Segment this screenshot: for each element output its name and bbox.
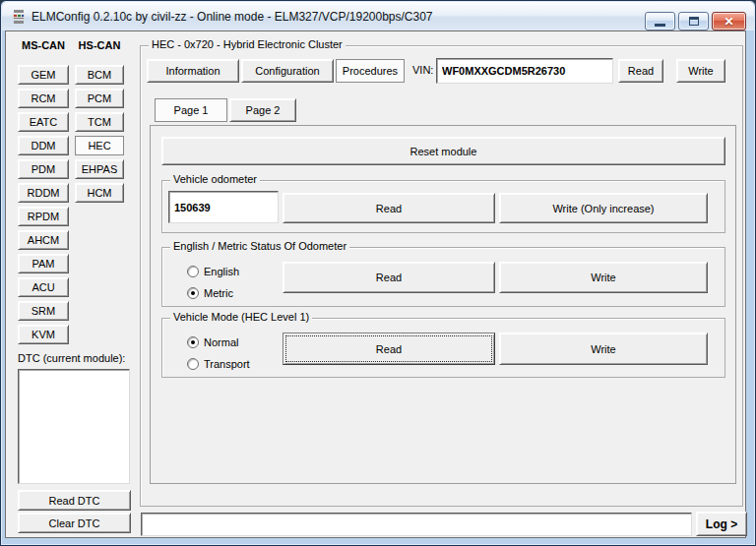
module-button-ehpas[interactable]: EHPAS xyxy=(75,159,124,179)
radio-normal-label: Normal xyxy=(204,336,238,348)
tab-procedures[interactable]: Procedures xyxy=(336,59,405,83)
tab-page-2[interactable]: Page 2 xyxy=(229,98,296,122)
vin-input[interactable] xyxy=(436,58,613,84)
vin-label: VIN: xyxy=(412,64,433,76)
radio-transport[interactable]: Transport xyxy=(187,357,250,370)
log-input[interactable] xyxy=(141,513,692,536)
module-button-srm[interactable]: SRM xyxy=(18,301,69,321)
ms-can-header: MS-CAN xyxy=(18,39,69,51)
hs-can-header: HS-CAN xyxy=(75,39,124,51)
maximize-button[interactable] xyxy=(678,12,709,30)
radio-unchecked-icon xyxy=(187,358,199,370)
module-button-rpdm[interactable]: RPDM xyxy=(18,207,69,226)
module-button-gem[interactable]: GEM xyxy=(18,65,69,85)
odometer-input[interactable] xyxy=(168,191,279,223)
module-button-pam[interactable]: PAM xyxy=(18,254,69,273)
odometer-write-button[interactable]: Write (Only increase) xyxy=(499,193,708,223)
module-button-acu[interactable]: ACU xyxy=(18,277,69,297)
radio-metric-label: Metric xyxy=(204,287,233,299)
module-button-hcm[interactable]: HCM xyxy=(75,183,124,203)
module-group-title: HEC - 0x720 - Hybrid Electronic Cluster xyxy=(149,38,346,50)
clear-dtc-button[interactable]: Clear DTC xyxy=(18,513,131,533)
units-write-button[interactable]: Write xyxy=(499,262,708,293)
close-icon: ✕ xyxy=(724,15,733,29)
module-button-bcm[interactable]: BCM xyxy=(75,65,124,85)
odometer-read-button[interactable]: Read xyxy=(283,193,495,223)
title-bar[interactable]: ELMConfig 0.2.10c by civil-zz - Online m… xyxy=(2,2,754,30)
radio-checked-icon xyxy=(187,287,199,299)
units-group-title: English / Metric Status Of Odometer xyxy=(170,240,349,252)
module-button-ahcm[interactable]: AHCM xyxy=(18,230,69,250)
module-button-kvm[interactable]: KVM xyxy=(18,325,69,344)
tab-information[interactable]: Information xyxy=(147,59,239,83)
module-button-tcm[interactable]: TCM xyxy=(75,112,124,132)
radio-english-label: English xyxy=(204,266,239,277)
app-icon xyxy=(11,9,27,25)
vin-write-button[interactable]: Write xyxy=(676,59,725,83)
read-dtc-button[interactable]: Read DTC xyxy=(18,490,131,511)
radio-normal[interactable]: Normal xyxy=(187,335,238,348)
radio-metric[interactable]: Metric xyxy=(187,286,233,299)
ms-can-column: GEM RCM EATC DDM PDM RDDM RPDM AHCM PAM … xyxy=(18,65,69,344)
minimize-button[interactable] xyxy=(645,12,675,30)
radio-checked-icon xyxy=(187,336,199,348)
reset-module-button[interactable]: Reset module xyxy=(161,137,725,165)
module-button-pdm[interactable]: PDM xyxy=(18,159,69,179)
close-button[interactable]: ✕ xyxy=(712,12,746,30)
window-title: ELMConfig 0.2.10c by civil-zz - Online m… xyxy=(32,10,433,24)
radio-transport-label: Transport xyxy=(204,358,250,370)
mode-group-title: Vehicle Mode (HEC Level 1) xyxy=(170,311,312,323)
log-button[interactable]: Log > xyxy=(696,512,747,536)
module-button-hec[interactable]: HEC xyxy=(75,136,124,155)
client-area: MS-CAN HS-CAN GEM RCM EATC DDM PDM RDDM … xyxy=(5,30,746,538)
module-button-ddm[interactable]: DDM xyxy=(18,136,69,155)
mode-write-button[interactable]: Write xyxy=(499,333,708,365)
tab-configuration[interactable]: Configuration xyxy=(241,59,334,83)
radio-unchecked-icon xyxy=(187,266,199,277)
dtc-listbox[interactable] xyxy=(18,369,130,484)
window-controls: ✕ xyxy=(645,12,746,30)
dtc-label: DTC (current module): xyxy=(18,352,125,364)
module-button-rcm[interactable]: RCM xyxy=(18,89,69,108)
tab-page-1[interactable]: Page 1 xyxy=(155,98,227,122)
module-button-eatc[interactable]: EATC xyxy=(18,112,69,132)
mode-read-button[interactable]: Read xyxy=(283,333,495,365)
module-button-pcm[interactable]: PCM xyxy=(75,89,124,108)
vin-read-button[interactable]: Read xyxy=(618,59,663,83)
maximize-icon xyxy=(689,17,699,26)
odometer-group-title: Vehicle odometer xyxy=(170,173,260,185)
radio-english[interactable]: English xyxy=(187,265,239,277)
hs-can-column: BCM PCM TCM HEC EHPAS HCM xyxy=(75,65,124,203)
units-read-button[interactable]: Read xyxy=(283,262,495,293)
app-window: ELMConfig 0.2.10c by civil-zz - Online m… xyxy=(0,0,756,546)
module-button-rddm[interactable]: RDDM xyxy=(18,183,69,203)
minimize-icon xyxy=(655,24,665,27)
